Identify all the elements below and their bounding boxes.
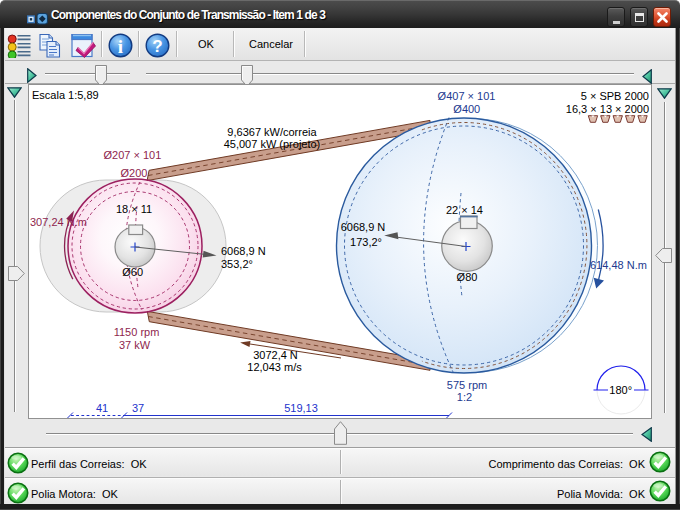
svg-text:18 × 11: 18 × 11 — [116, 203, 152, 215]
svg-text:614,48 N.m: 614,48 N.m — [590, 259, 647, 271]
svg-text:22 × 14: 22 × 14 — [446, 204, 483, 216]
svg-text:Ø80: Ø80 — [457, 271, 478, 283]
svg-text:519,13: 519,13 — [284, 402, 318, 414]
svg-text:37: 37 — [132, 402, 144, 414]
svg-text:180°: 180° — [609, 384, 632, 396]
svg-text:5 × SPB 2000: 5 × SPB 2000 — [581, 90, 649, 102]
svg-text:i: i — [118, 36, 123, 57]
svg-text:9,6367 kW/correia: 9,6367 kW/correia — [227, 126, 317, 138]
svg-text:3072,4 N: 3072,4 N — [253, 349, 298, 361]
svg-text:Ø207 × 101: Ø207 × 101 — [103, 149, 161, 161]
svg-text:Ø400: Ø400 — [453, 103, 480, 115]
svg-text:307,24 N.m: 307,24 N.m — [30, 216, 87, 228]
svg-text:12,043 m/s: 12,043 m/s — [247, 361, 302, 373]
svg-text:41: 41 — [96, 402, 108, 414]
svg-text:Escala 1:5,89: Escala 1:5,89 — [32, 89, 99, 101]
svg-text:1150 rpm: 1150 rpm — [114, 326, 160, 338]
svg-text:37 kW: 37 kW — [119, 339, 151, 351]
svg-text:353,2°: 353,2° — [221, 258, 253, 270]
svg-text:Ø407 × 101: Ø407 × 101 — [438, 90, 496, 102]
svg-text:45,007 kW (projeto): 45,007 kW (projeto) — [224, 138, 321, 150]
svg-text:16,3 × 13 × 2000: 16,3 × 13 × 2000 — [566, 103, 649, 115]
svg-text:Ø200: Ø200 — [121, 167, 148, 179]
svg-text:6068,9 N: 6068,9 N — [221, 245, 266, 257]
svg-text:6068,9 N: 6068,9 N — [341, 221, 386, 233]
svg-text:173,2°: 173,2° — [350, 236, 382, 248]
svg-text:1:2: 1:2 — [457, 391, 472, 403]
svg-text:Ø60: Ø60 — [122, 266, 143, 278]
svg-text:575 rpm: 575 rpm — [447, 379, 487, 391]
svg-text:?: ? — [152, 37, 162, 56]
